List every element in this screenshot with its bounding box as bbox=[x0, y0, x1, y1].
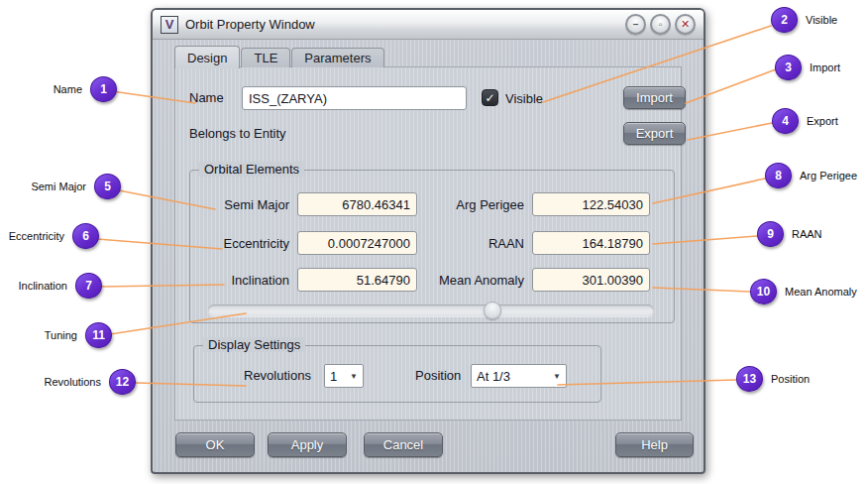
tab-bar: Design TLE Parameters bbox=[174, 45, 385, 67]
apply-button[interactable]: Apply bbox=[268, 432, 347, 457]
dropdown-arrow-icon: ▼ bbox=[344, 372, 358, 381]
callout-export: 4 Export bbox=[772, 108, 838, 134]
callout-revolutions: Revolutions 12 bbox=[45, 369, 136, 395]
orbit-property-window: V Orbit Property Window – ▫ ✕ Design TLE… bbox=[151, 8, 705, 474]
check-icon: ✓ bbox=[485, 91, 494, 105]
callout-badge: 7 bbox=[75, 273, 102, 299]
callout-badge: 13 bbox=[736, 366, 763, 392]
callout-badge: 6 bbox=[72, 223, 99, 249]
close-button[interactable]: ✕ bbox=[675, 14, 696, 35]
callout-badge: 12 bbox=[109, 369, 136, 395]
tuning-slider-thumb[interactable] bbox=[484, 302, 501, 319]
orbital-row-2: Eccentricity RAAN bbox=[190, 231, 674, 255]
orbital-row-1: Semi Major Arg Perigee bbox=[190, 192, 674, 216]
belongs-to-entity-label: Belongs to Entity bbox=[189, 126, 286, 141]
import-button[interactable]: Import bbox=[623, 86, 686, 109]
export-button[interactable]: Export bbox=[623, 122, 686, 145]
callout-badge: 11 bbox=[85, 322, 112, 348]
inclination-input[interactable] bbox=[297, 268, 417, 292]
callout-semi-major: Semi Major 5 bbox=[31, 174, 121, 199]
orbital-row-3: Inclination Mean Anomaly bbox=[190, 268, 674, 292]
callout-visible: 2 Visible bbox=[771, 7, 837, 33]
eccentricity-label: Eccentricity bbox=[200, 236, 289, 251]
app-icon: V bbox=[161, 16, 178, 34]
design-tab-pane: Name ✓ Visible Import Belongs to Entity … bbox=[174, 66, 682, 421]
callout-label: Arg Perigee bbox=[800, 170, 857, 182]
tuning-slider[interactable] bbox=[208, 304, 654, 316]
mean-anomaly-label: Mean Anomaly bbox=[417, 273, 524, 288]
callout-label: Eccentricity bbox=[9, 230, 64, 242]
callout-label: Revolutions bbox=[45, 376, 101, 388]
callout-tuning: Tuning 11 bbox=[45, 322, 112, 348]
callout-label: Visible bbox=[806, 14, 837, 26]
callout-arg-perigee: 8 Arg Perigee bbox=[765, 163, 857, 188]
callout-badge: 8 bbox=[765, 163, 792, 188]
revolutions-value: 1 bbox=[330, 369, 337, 384]
display-settings-group: Display Settings Revolutions 1 ▼ Positio… bbox=[193, 345, 601, 403]
position-label: Position bbox=[415, 368, 461, 383]
callout-label: Inclination bbox=[18, 280, 67, 292]
tab-parameters[interactable]: Parameters bbox=[291, 48, 383, 67]
window-title: Orbit Property Window bbox=[185, 17, 315, 32]
visible-checkbox-label: Visible bbox=[505, 91, 543, 106]
callout-badge: 9 bbox=[757, 221, 784, 247]
orbital-elements-title: Orbital Elements bbox=[199, 162, 304, 177]
callout-name: Name 1 bbox=[54, 76, 117, 102]
minimize-button[interactable]: – bbox=[625, 14, 646, 35]
arg-perigee-label: Arg Perigee bbox=[417, 197, 524, 212]
display-settings-title: Display Settings bbox=[203, 337, 305, 352]
raan-label: RAAN bbox=[417, 236, 524, 251]
visible-checkbox[interactable]: ✓ bbox=[482, 89, 498, 106]
tab-design[interactable]: Design bbox=[174, 46, 240, 68]
name-label: Name bbox=[189, 90, 224, 105]
revolutions-label: Revolutions bbox=[244, 368, 311, 383]
callout-label: Semi Major bbox=[31, 181, 86, 192]
cancel-button[interactable]: Cancel bbox=[364, 432, 443, 457]
callout-badge: 10 bbox=[750, 279, 777, 304]
callout-badge: 2 bbox=[771, 7, 798, 33]
callout-badge: 5 bbox=[94, 174, 121, 199]
help-button[interactable]: Help bbox=[615, 432, 694, 457]
callout-label: Position bbox=[771, 373, 810, 385]
callout-eccentricity: Eccentricity 6 bbox=[9, 223, 99, 249]
dropdown-arrow-icon: ▼ bbox=[547, 372, 561, 381]
callout-badge: 4 bbox=[772, 108, 799, 134]
callout-label: Export bbox=[807, 115, 838, 127]
position-dropdown[interactable]: At 1/3 ▼ bbox=[471, 364, 567, 388]
callout-badge: 3 bbox=[775, 55, 802, 80]
callout-label: Import bbox=[810, 61, 840, 73]
callout-inclination: Inclination 7 bbox=[18, 273, 102, 299]
title-bar[interactable]: V Orbit Property Window – ▫ ✕ bbox=[153, 10, 704, 40]
callout-raan: 9 RAAN bbox=[757, 221, 822, 247]
arg-perigee-input[interactable] bbox=[532, 192, 650, 216]
raan-input[interactable] bbox=[532, 231, 650, 255]
tab-tle[interactable]: TLE bbox=[241, 48, 290, 67]
callout-import: 3 Import bbox=[775, 55, 840, 80]
callout-label: Tuning bbox=[45, 329, 77, 341]
semi-major-input[interactable] bbox=[297, 192, 417, 216]
callout-mean-anomaly: 10 Mean Anomaly bbox=[750, 279, 857, 304]
window-controls: – ▫ ✕ bbox=[625, 14, 696, 35]
mean-anomaly-input[interactable] bbox=[532, 268, 650, 292]
callout-label: Mean Anomaly bbox=[785, 286, 857, 298]
revolutions-dropdown[interactable]: 1 ▼ bbox=[324, 364, 364, 388]
eccentricity-input[interactable] bbox=[297, 231, 417, 255]
name-input[interactable] bbox=[242, 86, 467, 110]
semi-major-label: Semi Major bbox=[200, 197, 289, 212]
maximize-button[interactable]: ▫ bbox=[650, 14, 671, 35]
orbital-elements-group: Orbital Elements Semi Major Arg Perigee … bbox=[189, 170, 675, 323]
callout-badge: 1 bbox=[90, 76, 117, 102]
callout-label: RAAN bbox=[792, 228, 822, 240]
position-value: At 1/3 bbox=[477, 369, 510, 384]
inclination-label: Inclination bbox=[200, 273, 289, 288]
ok-button[interactable]: OK bbox=[175, 432, 255, 457]
callout-position: 13 Position bbox=[736, 366, 810, 392]
callout-label: Name bbox=[54, 83, 82, 95]
